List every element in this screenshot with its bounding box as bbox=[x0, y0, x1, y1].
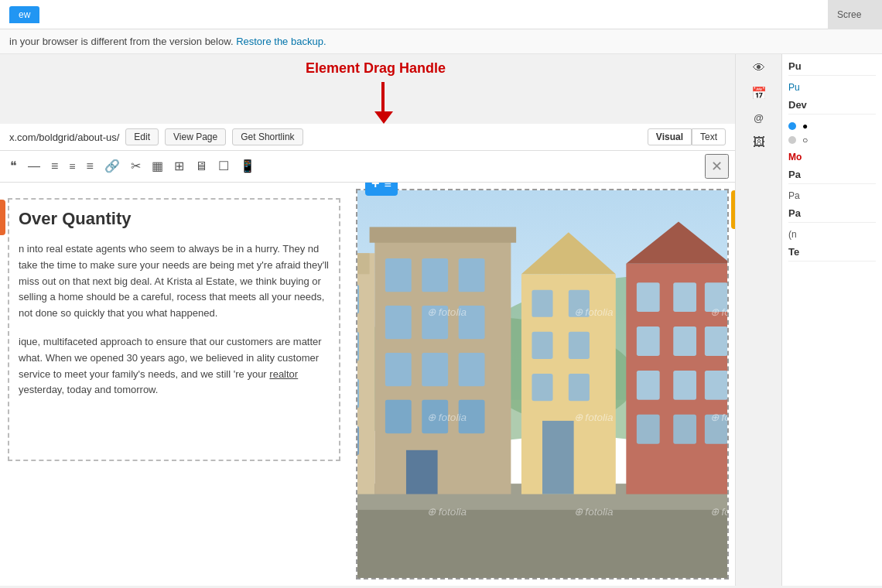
radio-dot-blue bbox=[788, 122, 796, 130]
editor-area: Element Drag Handle x.com/boldgrid/about… bbox=[0, 54, 735, 586]
backup-notice: in your browser is different from the ve… bbox=[0, 29, 882, 54]
dev-radio-2[interactable]: ○ bbox=[788, 135, 876, 145]
toolbar-align-left[interactable]: ≡ bbox=[47, 158, 62, 175]
toolbar-align-right[interactable]: ≡ bbox=[83, 158, 97, 175]
svg-text:⊕ fotolia: ⊕ fotolia bbox=[574, 412, 614, 423]
more-section: Mo bbox=[788, 152, 876, 162]
svg-text:⊕ fotolia: ⊕ fotolia bbox=[710, 412, 727, 423]
pa-item-2: (n bbox=[788, 229, 876, 240]
view-page-button[interactable]: View Page bbox=[165, 128, 226, 145]
teal-handle-menu-icon: ≡ bbox=[385, 183, 391, 191]
svg-rect-38 bbox=[532, 332, 552, 359]
active-tab[interactable]: ew bbox=[9, 6, 39, 23]
content-heading: Over Quantity bbox=[19, 209, 330, 229]
editor-toolbar: ❝ — ≡ ≡ ≡ 🔗 ✂ ▦ ⊞ 🖥 ☐ 📱 ✕ bbox=[0, 151, 735, 183]
drag-handle-yellow[interactable]: + ≡ bbox=[731, 190, 735, 229]
svg-text:⊕ fotol...: ⊕ fotol... bbox=[710, 306, 727, 318]
svg-rect-23 bbox=[459, 258, 485, 292]
toolbar-table[interactable]: ▦ bbox=[148, 158, 167, 175]
url-text: x.com/boldgrid/about-us/ bbox=[9, 132, 119, 143]
content-area: + ≡ Over Quantity n into real estate age… bbox=[0, 183, 735, 586]
arrow-head bbox=[374, 111, 393, 124]
dev-section-title: Dev bbox=[788, 99, 876, 115]
svg-rect-46 bbox=[673, 282, 696, 312]
svg-rect-40 bbox=[532, 374, 552, 401]
right-sidebar: 👁 📅 @ 🖼 bbox=[735, 54, 781, 586]
svg-text:⊕ fotolia: ⊕ fotolia bbox=[427, 506, 467, 518]
publish-link[interactable]: Pu bbox=[788, 82, 876, 93]
teal-handle-plus-icon: + bbox=[371, 183, 380, 192]
tab-text[interactable]: Text bbox=[692, 128, 726, 145]
content-left-inner: + ≡ Over Quantity n into real estate age… bbox=[8, 198, 340, 461]
svg-rect-12 bbox=[357, 332, 359, 361]
svg-rect-41 bbox=[569, 374, 590, 401]
toolbar-blockquote[interactable]: ❝ bbox=[6, 158, 21, 175]
svg-rect-6 bbox=[357, 253, 370, 274]
sidebar-calendar-icon[interactable]: 📅 bbox=[751, 85, 767, 101]
pa-section-title-1: Pa bbox=[788, 169, 876, 184]
sf-image: ⊕ fotolia ⊕ fotolia ⊕ fotolia ⊕ fotol...… bbox=[357, 190, 727, 578]
svg-rect-5 bbox=[357, 253, 374, 494]
drag-handle-orange[interactable]: + ≡ bbox=[0, 200, 5, 235]
toolbar-mobile[interactable]: 📱 bbox=[236, 158, 259, 175]
more-link[interactable]: Mo bbox=[788, 152, 876, 162]
dev-radio-1[interactable]: ● bbox=[788, 121, 876, 132]
restore-backup-link[interactable]: Restore the backup. bbox=[236, 36, 326, 47]
annotation-area: Element Drag Handle bbox=[0, 54, 735, 124]
svg-rect-51 bbox=[637, 371, 660, 400]
content-paragraph-2: ique, multifaceted approach to ensure th… bbox=[19, 334, 330, 398]
top-bar: ew Scree bbox=[0, 0, 882, 29]
svg-rect-18 bbox=[357, 426, 359, 456]
toolbar-grid[interactable]: ⊞ bbox=[170, 158, 188, 175]
sidebar-eye-icon[interactable]: 👁 bbox=[751, 60, 767, 76]
toolbar-tablet[interactable]: ☐ bbox=[214, 158, 233, 175]
svg-rect-24 bbox=[385, 306, 412, 339]
pa-item-1: Pa bbox=[788, 190, 876, 201]
toolbar-link[interactable]: 🔗 bbox=[101, 158, 124, 175]
get-shortlink-button[interactable]: Get Shortlink bbox=[232, 128, 303, 145]
te-section-title: Te bbox=[788, 246, 876, 262]
toolbar-close[interactable]: ✕ bbox=[705, 154, 729, 179]
svg-rect-15 bbox=[357, 379, 359, 409]
svg-rect-48 bbox=[637, 326, 660, 356]
sidebar-image-icon[interactable]: 🖼 bbox=[751, 135, 767, 150]
svg-rect-50 bbox=[705, 326, 727, 356]
svg-rect-42 bbox=[542, 421, 574, 494]
svg-rect-20 bbox=[370, 227, 517, 242]
svg-rect-27 bbox=[385, 353, 412, 386]
svg-rect-3 bbox=[357, 504, 727, 578]
svg-rect-45 bbox=[637, 282, 660, 312]
svg-rect-22 bbox=[422, 258, 448, 292]
svg-rect-29 bbox=[459, 353, 485, 386]
tab-visual[interactable]: Visual bbox=[648, 128, 692, 145]
drag-handle-teal[interactable]: + ≡ bbox=[365, 183, 398, 196]
pa-section-title-2: Pa bbox=[788, 207, 876, 223]
toolbar-align-center[interactable]: ≡ bbox=[65, 159, 79, 174]
edit-button[interactable]: Edit bbox=[125, 128, 159, 145]
svg-rect-28 bbox=[422, 353, 448, 386]
svg-text:⊕ fotolia: ⊕ fotolia bbox=[427, 412, 467, 423]
content-right-column: + ≡ + ≡ bbox=[356, 189, 729, 579]
svg-rect-53 bbox=[705, 371, 727, 400]
svg-rect-33 bbox=[406, 450, 438, 494]
svg-rect-21 bbox=[385, 258, 412, 292]
url-bar: x.com/boldgrid/about-us/ Edit View Page … bbox=[0, 124, 735, 151]
toolbar-hr[interactable]: — bbox=[24, 158, 44, 175]
radio-dot-grey bbox=[788, 136, 796, 144]
sidebar-at-icon[interactable]: @ bbox=[751, 110, 767, 125]
far-right-panel: Pu Pu Dev ● ○ Mo Pa Pa Pa (n Te bbox=[781, 54, 882, 586]
toolbar-unlink[interactable]: ✂ bbox=[127, 158, 145, 175]
te-section: Te bbox=[788, 246, 876, 262]
toolbar-desktop[interactable]: 🖥 bbox=[191, 158, 211, 175]
publish-section-title: Pu bbox=[788, 60, 876, 76]
pa-section-1: Pa Pa bbox=[788, 169, 876, 201]
pa-section-2: Pa (n bbox=[788, 207, 876, 240]
content-left-column: + ≡ Over Quantity n into real estate age… bbox=[0, 183, 356, 586]
dev-section: Dev ● ○ bbox=[788, 99, 876, 145]
screen-label: Scree bbox=[828, 0, 882, 29]
svg-rect-49 bbox=[673, 326, 696, 356]
svg-text:⊕ fotolia: ⊕ fotolia bbox=[574, 306, 614, 318]
content-paragraph-1: n into real estate agents who seem to al… bbox=[19, 241, 330, 322]
svg-rect-39 bbox=[569, 332, 590, 359]
view-tabs: Visual Text bbox=[648, 128, 726, 145]
